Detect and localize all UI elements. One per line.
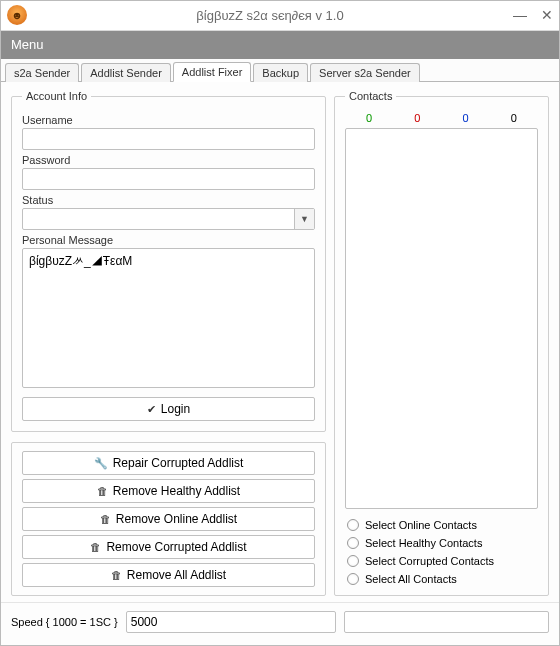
contacts-counts: 0 0 0 0 (345, 112, 538, 124)
remove-all-addlist-button[interactable]: 🗑 Remove All Addlist (22, 563, 315, 587)
radio-icon (347, 555, 359, 567)
contacts-count-corrupted: 0 (414, 112, 420, 124)
account-info-group: Account Info Username Password Status ▼ … (11, 90, 326, 432)
contacts-count-all: 0 (511, 112, 517, 124)
contacts-group: Contacts 0 0 0 0 Select Online Contacts (334, 90, 549, 596)
select-healthy-contacts-radio[interactable]: Select Healthy Contacts (347, 537, 536, 549)
window-title: βίgβυzZ s2α ѕєη∂єя v 1.0 (27, 8, 513, 23)
chevron-down-icon[interactable]: ▼ (294, 209, 314, 229)
select-corrupted-label: Select Corrupted Contacts (365, 555, 494, 567)
tab-backup[interactable]: Backup (253, 63, 308, 82)
speed-input[interactable] (126, 611, 336, 633)
remove-online-label: Remove Online Addlist (116, 512, 237, 526)
main-panel: Account Info Username Password Status ▼ … (1, 82, 559, 602)
tab-addlist-fixer[interactable]: Addlist Fixer (173, 62, 252, 82)
account-info-legend: Account Info (22, 90, 91, 102)
radio-icon (347, 537, 359, 549)
menubar: Menu (1, 31, 559, 59)
footer: Speed { 1000 = 1SC } (1, 602, 559, 645)
contacts-list[interactable] (345, 128, 538, 509)
contacts-legend: Contacts (345, 90, 396, 102)
contacts-count-healthy: 0 (463, 112, 469, 124)
remove-corrupted-addlist-button[interactable]: 🗑 Remove Corrupted Addlist (22, 535, 315, 559)
tab-strip: s2a Sender Addlist Sender Addlist Fixer … (1, 59, 559, 82)
select-healthy-label: Select Healthy Contacts (365, 537, 482, 549)
status-label: Status (22, 194, 315, 206)
window-controls: — ✕ (513, 7, 553, 23)
trash-icon: 🗑 (111, 569, 122, 581)
minimize-button[interactable]: — (513, 7, 527, 23)
username-input[interactable] (22, 128, 315, 150)
remove-healthy-addlist-button[interactable]: 🗑 Remove Healthy Addlist (22, 479, 315, 503)
app-icon: ☻ (7, 5, 27, 25)
username-label: Username (22, 114, 315, 126)
trash-icon: 🗑 (90, 541, 101, 553)
trash-icon: 🗑 (100, 513, 111, 525)
wrench-icon: 🔧 (94, 457, 108, 470)
close-button[interactable]: ✕ (541, 7, 553, 23)
app-window: ☻ βίgβυzZ s2α ѕєη∂єя v 1.0 — ✕ Menu s2a … (0, 0, 560, 646)
select-all-contacts-radio[interactable]: Select All Contacts (347, 573, 536, 585)
menu-item-menu[interactable]: Menu (11, 37, 44, 52)
password-label: Password (22, 154, 315, 166)
tab-server-s2a-sender[interactable]: Server s2a Sender (310, 63, 420, 82)
addlist-actions-group: 🔧 Repair Corrupted Addlist 🗑 Remove Heal… (11, 442, 326, 596)
repair-label: Repair Corrupted Addlist (113, 456, 244, 470)
select-all-label: Select All Contacts (365, 573, 457, 585)
output-input[interactable] (344, 611, 549, 633)
radio-icon (347, 519, 359, 531)
login-button[interactable]: ✔ Login (22, 397, 315, 421)
titlebar: ☻ βίgβυzZ s2α ѕєη∂єя v 1.0 — ✕ (1, 1, 559, 31)
tab-s2a-sender[interactable]: s2a Sender (5, 63, 79, 82)
select-online-contacts-radio[interactable]: Select Online Contacts (347, 519, 536, 531)
remove-corrupted-label: Remove Corrupted Addlist (106, 540, 246, 554)
trash-icon: 🗑 (97, 485, 108, 497)
contacts-select-group: Select Online Contacts Select Healthy Co… (345, 519, 538, 585)
select-corrupted-contacts-radio[interactable]: Select Corrupted Contacts (347, 555, 536, 567)
personal-message-input[interactable] (22, 248, 315, 388)
contacts-count-online: 0 (366, 112, 372, 124)
remove-online-addlist-button[interactable]: 🗑 Remove Online Addlist (22, 507, 315, 531)
left-column: Account Info Username Password Status ▼ … (11, 90, 326, 596)
password-input[interactable] (22, 168, 315, 190)
right-column: Contacts 0 0 0 0 Select Online Contacts (334, 90, 549, 596)
repair-corrupted-addlist-button[interactable]: 🔧 Repair Corrupted Addlist (22, 451, 315, 475)
status-combo[interactable]: ▼ (22, 208, 315, 230)
remove-healthy-label: Remove Healthy Addlist (113, 484, 240, 498)
status-input[interactable] (22, 208, 315, 230)
remove-all-label: Remove All Addlist (127, 568, 226, 582)
tab-addlist-sender[interactable]: Addlist Sender (81, 63, 171, 82)
check-icon: ✔ (147, 403, 156, 416)
radio-icon (347, 573, 359, 585)
personal-message-label: Personal Message (22, 234, 315, 246)
select-online-label: Select Online Contacts (365, 519, 477, 531)
login-button-label: Login (161, 402, 190, 416)
speed-label: Speed { 1000 = 1SC } (11, 616, 118, 628)
